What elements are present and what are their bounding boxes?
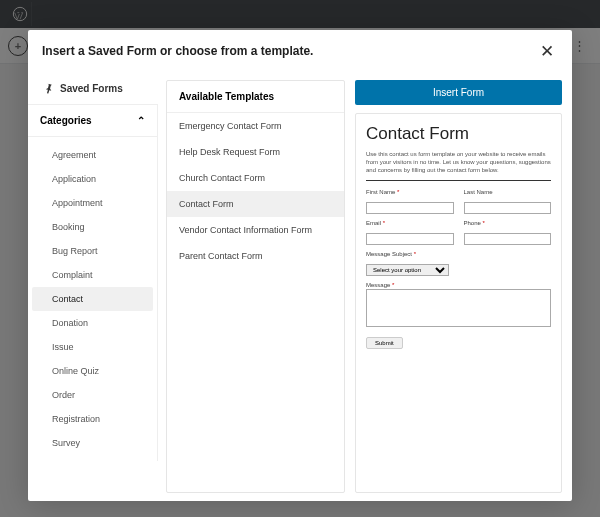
first-name-label: First Name * xyxy=(366,189,454,195)
category-item[interactable]: Complaint xyxy=(32,263,153,287)
insert-form-button[interactable]: Insert Form xyxy=(355,80,562,105)
category-item[interactable]: Online Quiz xyxy=(32,359,153,383)
last-name-label: Last Name xyxy=(464,189,552,195)
category-item[interactable]: Booking xyxy=(32,215,153,239)
subject-label: Message Subject * xyxy=(366,251,551,257)
category-item[interactable]: Issue xyxy=(32,335,153,359)
category-item[interactable]: Application xyxy=(32,167,153,191)
divider xyxy=(366,180,551,181)
last-name-input[interactable] xyxy=(464,202,552,214)
close-button[interactable]: ✕ xyxy=(536,40,558,62)
form-description: Use this contact us form template on you… xyxy=(366,150,551,174)
template-item[interactable]: Help Desk Request Form xyxy=(167,139,344,165)
category-item[interactable]: Survey xyxy=(32,431,153,455)
email-label: Email * xyxy=(366,220,454,226)
phone-input[interactable] xyxy=(464,233,552,245)
form-title: Contact Form xyxy=(366,124,551,144)
category-item[interactable]: Appointment xyxy=(32,191,153,215)
categories-label: Categories xyxy=(40,115,92,126)
sidebar: Saved Forms Categories ⌃ AgreementApplic… xyxy=(28,72,158,501)
message-label: Message * xyxy=(366,282,551,288)
categories-header[interactable]: Categories ⌃ xyxy=(28,104,158,137)
templates-column: Available Templates Emergency Contact Fo… xyxy=(158,72,353,501)
category-item[interactable]: Agreement xyxy=(32,143,153,167)
form-preview: Contact Form Use this contact us form te… xyxy=(355,113,562,493)
category-item[interactable]: Contact xyxy=(32,287,153,311)
templates-header: Available Templates xyxy=(167,81,344,113)
template-item[interactable]: Parent Contact Form xyxy=(167,243,344,269)
saved-forms-label: Saved Forms xyxy=(60,83,123,94)
preview-column: Insert Form Contact Form Use this contac… xyxy=(353,72,572,501)
pin-icon xyxy=(40,80,56,96)
insert-form-modal: Insert a Saved Form or choose from a tem… xyxy=(28,30,572,501)
template-item[interactable]: Emergency Contact Form xyxy=(167,113,344,139)
template-item[interactable]: Vendor Contact Information Form xyxy=(167,217,344,243)
template-item[interactable]: Church Contact Form xyxy=(167,165,344,191)
category-item[interactable]: Bug Report xyxy=(32,239,153,263)
email-input[interactable] xyxy=(366,233,454,245)
submit-button[interactable]: Submit xyxy=(366,337,403,349)
first-name-input[interactable] xyxy=(366,202,454,214)
saved-forms-header[interactable]: Saved Forms xyxy=(28,72,158,104)
category-item[interactable]: Order xyxy=(32,383,153,407)
phone-label: Phone * xyxy=(464,220,552,226)
category-item[interactable]: Donation xyxy=(32,311,153,335)
chevron-up-icon: ⌃ xyxy=(137,115,145,126)
category-item[interactable]: Registration xyxy=(32,407,153,431)
template-item[interactable]: Contact Form xyxy=(167,191,344,217)
subject-select[interactable]: Select your option xyxy=(366,264,449,276)
message-textarea[interactable] xyxy=(366,289,551,327)
modal-title: Insert a Saved Form or choose from a tem… xyxy=(42,44,536,58)
